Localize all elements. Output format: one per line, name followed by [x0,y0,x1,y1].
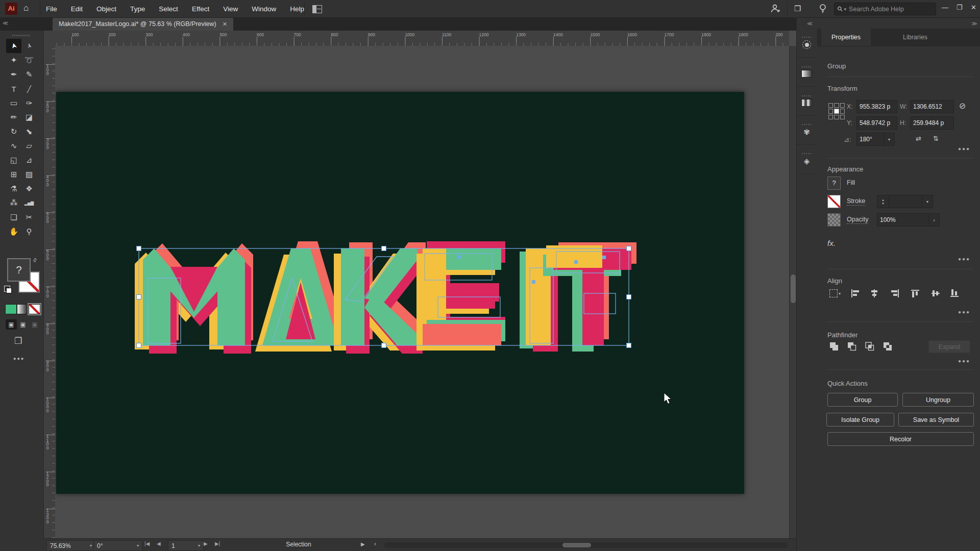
horizontal-scrollbar[interactable] [384,542,788,548]
align-left-button[interactable] [849,287,862,299]
tool-lasso[interactable]: ➰ [21,53,37,67]
restore-button[interactable]: ❐ [952,0,966,15]
stroke-weight-dropdown-icon[interactable]: ▾ [922,195,933,208]
pathfinder-intersect-button[interactable] [863,340,876,353]
align-horizontal-center-button[interactable] [868,287,880,299]
tool-paintbrush[interactable]: ✑ [21,96,37,110]
fill-swatch[interactable]: ? [7,258,31,282]
close-button[interactable]: ✕ [967,0,980,15]
tool-magic-wand[interactable]: ✦ [6,53,21,67]
tool-free-transform[interactable]: ▱ [21,139,37,153]
tab-close-icon[interactable]: ✕ [223,21,227,28]
tool-zoom[interactable]: ⚲ [21,224,37,239]
next-artboard-icon[interactable]: ▶ [204,541,208,546]
tool-curvature[interactable]: ✎ [21,67,37,82]
account-icon[interactable] [770,3,781,14]
workspace-switcher-icon[interactable] [312,5,322,13]
tool-column-graph[interactable]: ▂▅▇ [21,196,37,210]
layers-panel-button[interactable]: ◈ [797,145,817,174]
stroke-weight-input[interactable] [889,195,923,208]
menu-effect[interactable]: Effect [192,5,209,13]
tool-hand[interactable]: ✋ [6,224,21,239]
horizontal-scrollbar-thumb[interactable] [562,543,591,547]
illustrator-app-icon[interactable]: Ai [5,3,17,15]
stroke-label[interactable]: Stroke [847,197,865,206]
lightbulb-icon[interactable] [818,3,828,14]
collapse-panel-icon[interactable]: ≪ [3,20,9,27]
arrange-documents-icon[interactable]: ❒ [794,4,801,13]
appearance-more-options[interactable]: ●●● [958,256,970,262]
tool-slice[interactable]: ✂ [21,210,37,224]
edit-toolbar-ellipsis[interactable]: ●●● [13,356,24,361]
tool-type[interactable]: T [6,82,21,96]
tool-selection[interactable]: ➤ [6,39,21,53]
tab-properties[interactable]: Properties [821,29,871,46]
save-as-symbol-button[interactable]: Save as Symbol [898,413,974,427]
link-dimensions-icon[interactable]: ⊘ [958,101,967,112]
color-guide-panel-button[interactable]: ✾ [797,116,817,145]
opacity-label[interactable]: Opacity [847,216,868,224]
canvas[interactable] [55,46,789,538]
first-artboard-icon[interactable]: |◀ [144,541,150,546]
menu-object[interactable]: Object [96,5,116,13]
tool-mesh[interactable]: ⊞ [6,167,21,182]
vertical-scrollbar[interactable] [789,46,797,538]
opacity-input[interactable]: 100% [877,213,930,227]
effects-button[interactable]: fx. [827,239,836,247]
tool-eraser[interactable]: ◪ [21,110,37,124]
align-to-dropdown[interactable]: ▾ [826,287,844,299]
align-more-options[interactable]: ●●● [958,309,970,315]
none-mode-button[interactable] [29,304,40,314]
expand-dock-icon[interactable]: ≫ [971,20,977,27]
search-input[interactable] [848,5,916,13]
document-tab[interactable]: MakeIt2017_MasterLogo.ai* @ 75.63 % (RGB… [53,17,233,31]
color-panel-button[interactable] [797,29,817,58]
tool-width[interactable]: ∿ [6,139,21,153]
tool-shape-builder[interactable]: ◱ [6,153,21,167]
menu-window[interactable]: Window [252,5,276,13]
w-input[interactable]: 1306.6512 [910,100,954,113]
default-fill-stroke-icon[interactable] [4,286,10,292]
pathfinder-more-options[interactable]: ●●● [958,358,970,364]
swap-fill-stroke-icon[interactable]: ⇄ [31,257,38,264]
ruler-origin-box[interactable] [43,31,56,46]
recolor-button[interactable]: Recolor [827,432,974,446]
make-it-logo-artwork[interactable] [139,248,629,345]
minimize-button[interactable]: — [938,0,952,15]
group-button[interactable]: Group [827,393,898,407]
scroll-left-icon[interactable]: ‹ [374,540,376,547]
flip-vertical-icon[interactable]: ⇅ [933,135,939,142]
align-top-button[interactable] [909,287,921,299]
stroke-color-swatch[interactable] [827,195,841,208]
y-input[interactable]: 548.9742 p [856,116,897,130]
tool-pencil[interactable]: ✏ [6,110,21,124]
tool-gradient[interactable]: ▨ [21,167,37,182]
tool-direct-selection[interactable]: ➢ [21,39,37,53]
tool-blend[interactable]: ❖ [21,182,37,196]
home-icon[interactable]: ⌂ [23,3,29,13]
menu-edit[interactable]: Edit [71,5,83,13]
fill-color-swatch[interactable]: ? [827,177,841,190]
vertical-ruler[interactable]: 1002003004005006007008009001000110012001… [43,46,56,538]
menu-view[interactable]: View [223,5,238,13]
menu-select[interactable]: Select [159,5,178,13]
tool-perspective-grid[interactable]: ⊿ [21,153,37,167]
toolbar-grip[interactable] [12,35,31,36]
ungroup-button[interactable]: Ungroup [902,393,974,407]
vertical-scrollbar-thumb[interactable] [791,274,796,303]
tool-symbol-sprayer[interactable]: ⁂ [6,196,21,210]
menu-help[interactable]: Help [290,5,304,13]
tool-artboard[interactable]: ❏ [6,210,21,224]
pathfinder-exclude-button[interactable] [881,340,894,353]
status-flyout-icon[interactable]: ▶ [361,541,365,547]
transform-more-options[interactable]: ●●● [958,146,970,152]
tool-eyedropper[interactable]: ⚗ [6,182,21,196]
rotation-dropdown[interactable]: 0° ▾ [93,540,142,551]
gradient-panel-button[interactable] [797,58,817,87]
opacity-swatch[interactable] [827,213,841,227]
x-input[interactable]: 955.3823 p [856,100,897,113]
menu-type[interactable]: Type [130,5,145,13]
artboard-number-dropdown[interactable]: 1 ▾ [168,540,204,551]
horizontal-ruler[interactable]: 1002003004005006007008009001000110012001… [55,31,789,46]
tool-rotate[interactable]: ↻ [6,124,21,139]
